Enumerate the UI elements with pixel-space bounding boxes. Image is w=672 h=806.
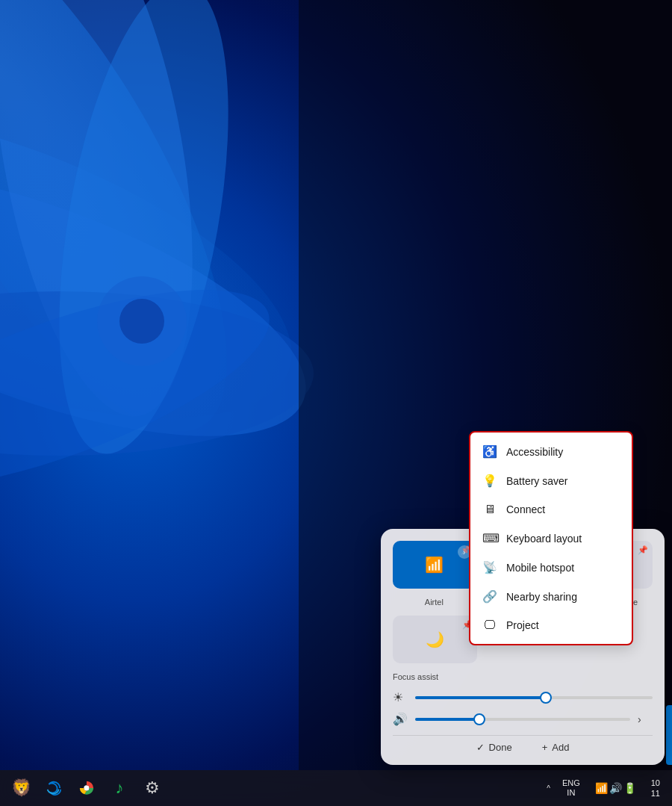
volume-slider-row: 🔊 › bbox=[393, 712, 653, 726]
chrome-taskbar-icon[interactable] bbox=[72, 773, 102, 803]
spotify-taskbar-icon[interactable]: ♪ bbox=[105, 773, 134, 803]
wifi-button[interactable]: 📌 📶 › bbox=[393, 541, 476, 589]
done-check-icon: ✓ bbox=[476, 742, 485, 753]
accessibility-icon: ♿ bbox=[482, 444, 497, 459]
nearby-sharing-icon: 🔗 bbox=[482, 589, 497, 604]
settings-taskbar-icon[interactable]: ⚙ bbox=[137, 773, 167, 803]
volume-fill bbox=[415, 718, 479, 721]
tray-wifi-icon: 📶 bbox=[595, 782, 608, 794]
volume-track[interactable] bbox=[415, 718, 630, 721]
tray-time-display: 10 11 bbox=[651, 778, 660, 799]
focus-assist-label: Focus assist bbox=[393, 672, 477, 681]
volume-icon: 🔊 bbox=[393, 712, 408, 726]
tray-chevron-icon[interactable]: ^ bbox=[544, 784, 553, 793]
mobile-hotspot-icon: 📡 bbox=[482, 560, 497, 574]
lang-line2: IN bbox=[562, 788, 580, 798]
system-tray-icons[interactable]: 📶 🔊 🔋 bbox=[589, 779, 642, 797]
tray-volume-icon: 🔊 bbox=[609, 782, 622, 794]
edge-taskbar-icon[interactable] bbox=[39, 773, 69, 803]
brightness-fill bbox=[415, 696, 546, 699]
lang-line1: ENG bbox=[562, 778, 580, 788]
nearby-sharing-item[interactable]: 🔗 Nearby sharing bbox=[470, 582, 632, 611]
accessibility-label: Accessibility bbox=[506, 446, 563, 458]
wifi-icon: 📶 bbox=[425, 556, 444, 574]
mobile-hotspot-label: Mobile hotspot bbox=[506, 562, 574, 574]
project-item[interactable]: 🖵 Project bbox=[470, 611, 632, 639]
project-label: Project bbox=[506, 619, 539, 631]
svg-point-12 bbox=[84, 786, 89, 790]
qs-second-labels-row: Focus assist bbox=[393, 672, 653, 681]
keyboard-layout-item[interactable]: ⌨ Keyboard layout bbox=[470, 524, 632, 553]
airplane-pin-icon: 📌 bbox=[638, 545, 648, 555]
tray-lang-display: ENG IN bbox=[562, 778, 580, 798]
connect-label: Connect bbox=[506, 503, 545, 515]
brave-taskbar-icon[interactable]: 🦁 bbox=[6, 773, 36, 803]
focus-assist-button[interactable]: 📌 🌙 bbox=[393, 616, 477, 663]
add-plus-icon: + bbox=[542, 742, 548, 753]
keyboard-layout-icon: ⌨ bbox=[482, 531, 497, 545]
mobile-hotspot-item[interactable]: 📡 Mobile hotspot bbox=[470, 553, 632, 582]
brightness-track[interactable] bbox=[415, 696, 653, 699]
brightness-slider-row: ☀ bbox=[393, 690, 653, 704]
focus-icon: 🌙 bbox=[426, 630, 444, 648]
keyboard-layout-label: Keyboard layout bbox=[506, 533, 582, 545]
volume-end-icon: › bbox=[638, 713, 653, 725]
tray-battery-icon: 🔋 bbox=[623, 782, 636, 794]
wifi-label: Airtel bbox=[393, 598, 476, 607]
clock-tray-section[interactable]: 10 11 bbox=[645, 775, 666, 802]
brightness-icon: ☀ bbox=[393, 690, 408, 704]
qs-bottom-row: ✓ Done + Add bbox=[393, 735, 653, 753]
connect-icon: 🖥 bbox=[482, 503, 497, 516]
add-label: Add bbox=[552, 742, 569, 753]
taskbar-left: 🦁 ♪ ⚙ bbox=[6, 773, 167, 803]
taskbar-right: ^ ENG IN 📶 🔊 🔋 10 11 bbox=[544, 775, 666, 802]
taskbar: 🦁 ♪ ⚙ ^ bbox=[0, 770, 672, 806]
scroll-indicator bbox=[666, 705, 672, 765]
accessibility-item[interactable]: ♿ Accessibility bbox=[470, 437, 632, 466]
brightness-thumb[interactable] bbox=[540, 692, 552, 704]
tray-time: 10 bbox=[651, 778, 660, 788]
battery-saver-icon: 💡 bbox=[482, 474, 497, 488]
battery-saver-label: Battery saver bbox=[506, 475, 567, 487]
connect-item[interactable]: 🖥 Connect bbox=[470, 495, 632, 524]
dropdown-menu: ♿ Accessibility 💡 Battery saver 🖥 Connec… bbox=[469, 431, 633, 645]
lang-tray-section[interactable]: ENG IN bbox=[556, 775, 586, 801]
svg-point-9 bbox=[119, 299, 164, 344]
battery-saver-item[interactable]: 💡 Battery saver bbox=[470, 466, 632, 495]
tray-date: 11 bbox=[651, 788, 660, 799]
done-button[interactable]: ✓ Done bbox=[476, 742, 512, 753]
project-icon: 🖵 bbox=[482, 619, 497, 632]
add-button[interactable]: + Add bbox=[542, 742, 570, 753]
done-label: Done bbox=[489, 742, 512, 753]
nearby-sharing-label: Nearby sharing bbox=[506, 591, 577, 603]
volume-thumb[interactable] bbox=[473, 713, 485, 725]
